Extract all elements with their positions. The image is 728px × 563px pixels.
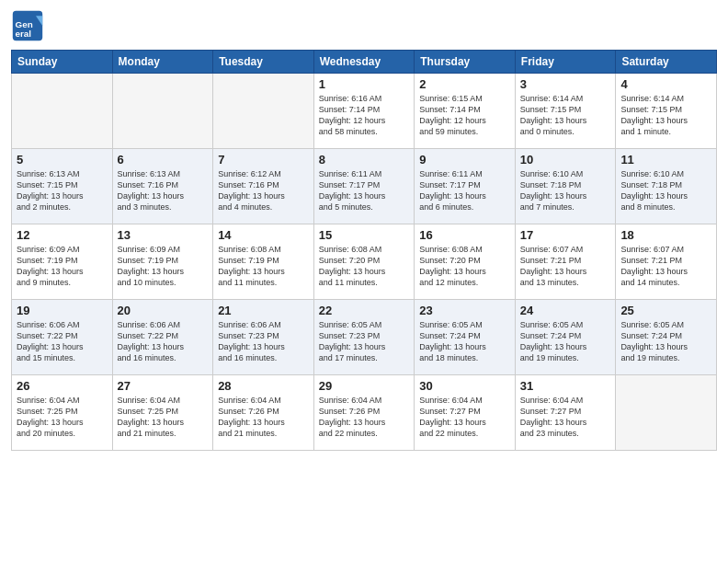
day-number: 8 (319, 153, 410, 167)
calendar-cell: 17Sunrise: 6:07 AM Sunset: 7:21 PM Dayli… (515, 224, 616, 300)
day-number: 3 (520, 77, 611, 91)
day-info: Sunrise: 6:11 AM Sunset: 7:17 PM Dayligh… (319, 168, 410, 213)
calendar-cell: 30Sunrise: 6:04 AM Sunset: 7:27 PM Dayli… (415, 375, 516, 451)
day-info: Sunrise: 6:06 AM Sunset: 7:23 PM Dayligh… (218, 319, 309, 364)
day-number: 16 (419, 228, 510, 242)
calendar-cell: 9Sunrise: 6:11 AM Sunset: 7:17 PM Daylig… (415, 149, 516, 224)
page-header: Gen eral (11, 9, 717, 42)
calendar-cell: 5Sunrise: 6:13 AM Sunset: 7:15 PM Daylig… (12, 149, 113, 224)
day-info: Sunrise: 6:04 AM Sunset: 7:27 PM Dayligh… (419, 395, 510, 440)
calendar-cell: 23Sunrise: 6:05 AM Sunset: 7:24 PM Dayli… (415, 300, 516, 375)
calendar-cell: 7Sunrise: 6:12 AM Sunset: 7:16 PM Daylig… (213, 149, 314, 224)
day-info: Sunrise: 6:10 AM Sunset: 7:18 PM Dayligh… (620, 168, 711, 213)
calendar-cell: 24Sunrise: 6:05 AM Sunset: 7:24 PM Dayli… (515, 300, 616, 375)
day-number: 26 (17, 379, 108, 393)
calendar-table: SundayMondayTuesdayWednesdayThursdayFrid… (11, 50, 717, 451)
calendar-cell: 26Sunrise: 6:04 AM Sunset: 7:25 PM Dayli… (12, 375, 113, 451)
calendar-cell (112, 74, 213, 149)
calendar-cell: 28Sunrise: 6:04 AM Sunset: 7:26 PM Dayli… (213, 375, 314, 451)
weekday-header: Thursday (415, 51, 516, 74)
day-number: 6 (118, 153, 209, 167)
calendar-cell: 25Sunrise: 6:05 AM Sunset: 7:24 PM Dayli… (616, 300, 717, 375)
day-number: 20 (118, 304, 209, 317)
svg-text:eral: eral (16, 29, 32, 39)
day-info: Sunrise: 6:08 AM Sunset: 7:20 PM Dayligh… (419, 244, 510, 289)
day-number: 30 (419, 379, 510, 393)
day-info: Sunrise: 6:16 AM Sunset: 7:14 PM Dayligh… (319, 93, 410, 138)
day-info: Sunrise: 6:09 AM Sunset: 7:19 PM Dayligh… (118, 244, 209, 289)
calendar-week-row: 26Sunrise: 6:04 AM Sunset: 7:25 PM Dayli… (12, 375, 717, 451)
calendar-cell: 31Sunrise: 6:04 AM Sunset: 7:27 PM Dayli… (515, 375, 616, 451)
calendar-cell: 20Sunrise: 6:06 AM Sunset: 7:22 PM Dayli… (112, 300, 213, 375)
day-number: 10 (520, 153, 611, 167)
day-number: 15 (319, 228, 410, 242)
day-info: Sunrise: 6:04 AM Sunset: 7:27 PM Dayligh… (520, 395, 611, 440)
day-info: Sunrise: 6:13 AM Sunset: 7:16 PM Dayligh… (118, 168, 209, 213)
calendar-cell (213, 74, 314, 149)
calendar-cell: 1Sunrise: 6:16 AM Sunset: 7:14 PM Daylig… (313, 74, 415, 149)
calendar-cell (616, 375, 717, 451)
calendar-cell: 2Sunrise: 6:15 AM Sunset: 7:14 PM Daylig… (415, 74, 516, 149)
day-number: 9 (419, 153, 510, 167)
day-number: 13 (118, 228, 209, 242)
calendar-cell: 11Sunrise: 6:10 AM Sunset: 7:18 PM Dayli… (616, 149, 717, 224)
day-number: 14 (218, 228, 309, 242)
day-info: Sunrise: 6:10 AM Sunset: 7:18 PM Dayligh… (520, 168, 611, 213)
day-info: Sunrise: 6:06 AM Sunset: 7:22 PM Dayligh… (118, 319, 209, 364)
weekday-header: Tuesday (213, 51, 314, 74)
day-number: 12 (17, 228, 108, 242)
day-number: 22 (319, 304, 410, 317)
day-info: Sunrise: 6:04 AM Sunset: 7:26 PM Dayligh… (319, 395, 410, 440)
day-number: 7 (218, 153, 309, 167)
day-info: Sunrise: 6:14 AM Sunset: 7:15 PM Dayligh… (520, 93, 611, 138)
calendar-cell: 10Sunrise: 6:10 AM Sunset: 7:18 PM Dayli… (515, 149, 616, 224)
day-info: Sunrise: 6:12 AM Sunset: 7:16 PM Dayligh… (218, 168, 309, 213)
day-number: 24 (520, 304, 611, 317)
day-info: Sunrise: 6:04 AM Sunset: 7:25 PM Dayligh… (118, 395, 209, 440)
calendar-cell: 4Sunrise: 6:14 AM Sunset: 7:15 PM Daylig… (616, 74, 717, 149)
logo-icon: Gen eral (11, 9, 44, 42)
day-info: Sunrise: 6:07 AM Sunset: 7:21 PM Dayligh… (520, 244, 611, 289)
day-info: Sunrise: 6:04 AM Sunset: 7:25 PM Dayligh… (17, 395, 108, 440)
day-info: Sunrise: 6:04 AM Sunset: 7:26 PM Dayligh… (218, 395, 309, 440)
weekday-header: Friday (515, 51, 616, 74)
calendar-cell: 29Sunrise: 6:04 AM Sunset: 7:26 PM Dayli… (313, 375, 415, 451)
calendar-cell: 19Sunrise: 6:06 AM Sunset: 7:22 PM Dayli… (12, 300, 113, 375)
calendar-cell: 16Sunrise: 6:08 AM Sunset: 7:20 PM Dayli… (415, 224, 516, 300)
day-info: Sunrise: 6:13 AM Sunset: 7:15 PM Dayligh… (17, 168, 108, 213)
page-container: Gen eral SundayMondayTuesdayWednesdayThu… (0, 0, 728, 460)
day-number: 27 (118, 379, 209, 393)
day-number: 2 (419, 77, 510, 91)
day-info: Sunrise: 6:11 AM Sunset: 7:17 PM Dayligh… (419, 168, 510, 213)
weekday-header: Sunday (12, 51, 113, 74)
day-number: 11 (620, 153, 711, 167)
calendar-week-row: 12Sunrise: 6:09 AM Sunset: 7:19 PM Dayli… (12, 224, 717, 300)
calendar-week-row: 1Sunrise: 6:16 AM Sunset: 7:14 PM Daylig… (12, 74, 717, 149)
logo: Gen eral (11, 9, 48, 42)
calendar-cell: 14Sunrise: 6:08 AM Sunset: 7:19 PM Dayli… (213, 224, 314, 300)
calendar-cell: 21Sunrise: 6:06 AM Sunset: 7:23 PM Dayli… (213, 300, 314, 375)
day-number: 21 (218, 304, 309, 317)
day-info: Sunrise: 6:08 AM Sunset: 7:20 PM Dayligh… (319, 244, 410, 289)
day-number: 18 (620, 228, 711, 242)
day-number: 17 (520, 228, 611, 242)
day-number: 29 (319, 379, 410, 393)
calendar-week-row: 5Sunrise: 6:13 AM Sunset: 7:15 PM Daylig… (12, 149, 717, 224)
calendar-cell: 15Sunrise: 6:08 AM Sunset: 7:20 PM Dayli… (313, 224, 415, 300)
day-number: 4 (620, 77, 711, 91)
day-info: Sunrise: 6:05 AM Sunset: 7:23 PM Dayligh… (319, 319, 410, 364)
calendar-cell (12, 74, 113, 149)
calendar-cell: 27Sunrise: 6:04 AM Sunset: 7:25 PM Dayli… (112, 375, 213, 451)
day-info: Sunrise: 6:09 AM Sunset: 7:19 PM Dayligh… (17, 244, 108, 289)
weekday-header: Monday (112, 51, 213, 74)
calendar-cell: 18Sunrise: 6:07 AM Sunset: 7:21 PM Dayli… (616, 224, 717, 300)
day-number: 23 (419, 304, 510, 317)
calendar-cell: 12Sunrise: 6:09 AM Sunset: 7:19 PM Dayli… (12, 224, 113, 300)
day-info: Sunrise: 6:14 AM Sunset: 7:15 PM Dayligh… (620, 93, 711, 138)
day-info: Sunrise: 6:05 AM Sunset: 7:24 PM Dayligh… (419, 319, 510, 364)
calendar-cell: 8Sunrise: 6:11 AM Sunset: 7:17 PM Daylig… (313, 149, 415, 224)
calendar-cell: 6Sunrise: 6:13 AM Sunset: 7:16 PM Daylig… (112, 149, 213, 224)
calendar-week-row: 19Sunrise: 6:06 AM Sunset: 7:22 PM Dayli… (12, 300, 717, 375)
day-info: Sunrise: 6:07 AM Sunset: 7:21 PM Dayligh… (620, 244, 711, 289)
day-info: Sunrise: 6:06 AM Sunset: 7:22 PM Dayligh… (17, 319, 108, 364)
